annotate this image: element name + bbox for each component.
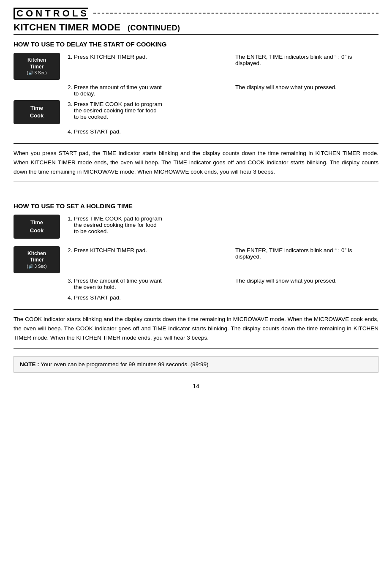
button-line1: Kitchen [17, 57, 57, 64]
button-line3: (🔊 3 Sec) [17, 70, 57, 76]
step3-instruction: 3. Press TIME COOK pad to program the de… [68, 100, 225, 120]
section2-step3: 3. Press the amount of time you want the… [14, 277, 378, 290]
section1-heading: HOW TO USE TO DELAY THE START OF COOKING [14, 41, 378, 48]
kt2-line2: Timer [17, 257, 57, 264]
section1-step3: Time Cook 3. Press TIME COOK pad to prog… [14, 100, 378, 124]
section-title-block: KITCHEN TIMER MODE (CONTINUED) [14, 22, 378, 35]
header-bracket: C O N T R O L S [14, 8, 88, 19]
time-cook-button-1[interactable]: Time Cook [14, 100, 60, 124]
s2step2-instruction: 2. Press KITCHEN TIMER pad. [68, 246, 225, 260]
tc2-line1: Time [17, 219, 57, 226]
step2-result: The display will show what you pressed. [235, 83, 378, 97]
section1-steps: Kitchen Timer (🔊 3 Sec) 1. Press KITCHEN… [14, 53, 378, 138]
button-line2: Timer [17, 64, 57, 71]
kitchen-timer-button-1[interactable]: Kitchen Timer (🔊 3 Sec) [14, 53, 60, 80]
section1-step4: 4. Press START pad. [14, 128, 378, 135]
tc-line2: Cook [17, 112, 57, 120]
title-underline [14, 34, 378, 35]
step3-result [235, 100, 378, 120]
page-title: KITCHEN TIMER MODE (CONTINUED) [14, 22, 378, 33]
separator2 [14, 182, 378, 182]
step1-instruction: 1. Press KITCHEN TIMER pad. [68, 53, 225, 66]
s2step4-instruction: 4. Press START pad. [68, 294, 378, 301]
step4-instruction: 4. Press START pad. [68, 128, 378, 135]
separator4 [14, 348, 378, 348]
note-text: Your oven can be programmed for 99 minut… [41, 361, 208, 368]
section1-step1: Kitchen Timer (🔊 3 Sec) 1. Press KITCHEN… [14, 53, 378, 80]
separator3 [14, 309, 378, 310]
tc2-line2: Cook [17, 227, 57, 234]
section2-step2: Kitchen Timer (🔊 3 Sec) 2. Press KITCHEN… [14, 246, 378, 273]
step1-result: The ENTER, TIME indicators blink and “ :… [235, 53, 378, 66]
page-header: C O N T R O L S [14, 8, 378, 19]
header-title: C O N T R O L S [16, 8, 87, 19]
s2step1-instruction: 1. Press TIME COOK pad to program the de… [68, 215, 378, 234]
section2-description: The COOK indicator starts blinking and t… [14, 315, 378, 343]
kt2-line1: Kitchen [17, 250, 57, 257]
kt2-line3: (🔊 3 Sec) [17, 264, 57, 269]
s2step3-result: The display will show what you pressed. [235, 277, 378, 290]
step-spacer [14, 242, 378, 246]
tc-line1: Time [17, 104, 57, 112]
kitchen-timer-button-2[interactable]: Kitchen Timer (🔊 3 Sec) [14, 246, 60, 273]
s2step3-instruction: 3. Press the amount of time you want the… [68, 277, 225, 290]
section2-step1: Time Cook 1. Press TIME COOK pad to prog… [14, 215, 378, 238]
note-box: NOTE : Your oven can be programmed for 9… [14, 356, 378, 373]
section2-steps: Time Cook 1. Press TIME COOK pad to prog… [14, 215, 378, 304]
section1-step2: 2. Press the amount of time you want to … [14, 83, 378, 97]
spacer1 [14, 187, 378, 200]
page-number: 14 [14, 383, 378, 389]
note-label: NOTE : [20, 361, 39, 368]
header-dashes [93, 13, 378, 14]
section1-description: When you press START pad, the TIME indic… [14, 149, 378, 177]
step2-instruction: 2. Press the amount of time you want to … [68, 83, 225, 97]
separator1 [14, 143, 378, 144]
section2-heading: HOW TO USE TO SET A HOLDING TIME [14, 202, 378, 210]
continued-label: (CONTINUED) [128, 24, 180, 32]
s2step2-result: The ENTER, TIME indicators blink and “ :… [235, 246, 378, 260]
time-cook-button-2[interactable]: Time Cook [14, 215, 60, 238]
title-text: KITCHEN TIMER MODE [14, 22, 120, 33]
section2-step4: 4. Press START pad. [14, 294, 378, 301]
